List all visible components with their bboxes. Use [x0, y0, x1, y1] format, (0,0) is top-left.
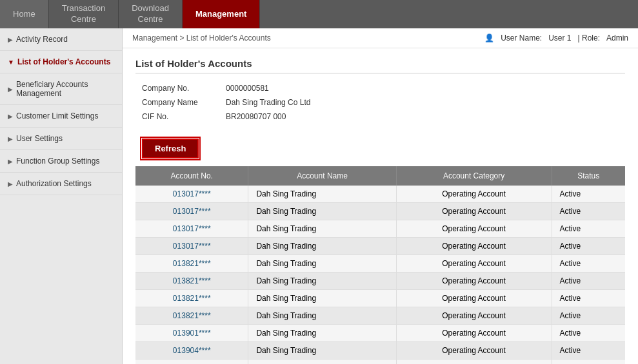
sidebar-item-user-settings[interactable]: ▶User Settings	[0, 128, 122, 150]
cell-account-category: Operating Account	[396, 238, 552, 255]
cell-account-name: Dah Sing Trading	[248, 220, 396, 238]
sidebar-item-function-group[interactable]: ▶Function Group Settings	[0, 150, 122, 173]
sidebar-item-customer-limit[interactable]: ▶Customer Limit Settings	[0, 105, 122, 128]
cell-account-category: Operating Account	[396, 273, 552, 290]
cell-account-name: Dah Sing Trading	[248, 290, 396, 307]
cell-account-no[interactable]: 013017****	[135, 203, 248, 220]
cell-account-name: Dah Sing Trading	[248, 307, 396, 325]
company-info-section: Company No. 0000000581 Company Name Dah …	[135, 81, 625, 124]
sidebar-item-activity-record[interactable]: ▶Activity Record	[0, 28, 122, 51]
cell-account-name: Dah Sing Trading	[248, 238, 396, 255]
table-row: 013017****Dah Sing TradingOperating Acco…	[135, 238, 625, 255]
cell-account-category: Operating Account	[396, 220, 552, 238]
cell-account-name: Dah Sing Trading	[248, 186, 396, 203]
cell-account-no[interactable]: 013821****	[135, 290, 248, 307]
username-value: User 1	[548, 34, 571, 43]
sidebar-item-list-holders[interactable]: ▼List of Holder's Accounts	[0, 51, 122, 73]
refresh-button[interactable]: Refresh	[142, 139, 199, 158]
cell-status: Active	[552, 273, 625, 290]
accounts-table: Account No. Account Name Account Categor…	[135, 166, 625, 364]
username-label: User Name:	[501, 34, 542, 43]
cell-account-no[interactable]: 013017****	[135, 220, 248, 238]
sidebar-item-auth-settings[interactable]: ▶Authorization Settings	[0, 173, 122, 195]
table-row: 013821****Dah Sing TradingOperating Acco…	[135, 290, 625, 307]
nav-tab-download[interactable]: Download Centre	[119, 0, 183, 28]
cell-account-category: Operating Account	[396, 342, 552, 359]
sidebar-arrow-list-holders: ▼	[8, 59, 14, 66]
cell-account-name: Dah Sing Trading	[248, 273, 396, 290]
cell-status: Active	[552, 220, 625, 238]
table-row: 013017****Dah Sing TradingOperating Acco…	[135, 186, 625, 203]
cell-account-no[interactable]: 013904****	[135, 359, 248, 365]
cell-account-name: Dah Sing Trading	[248, 359, 396, 365]
cell-account-no[interactable]: 013821****	[135, 307, 248, 325]
col-account-category: Account Category	[396, 166, 552, 186]
cell-status: Active	[552, 238, 625, 255]
company-no-row: Company No. 0000000581	[135, 81, 625, 95]
user-info: 👤 User Name: User 1 | Role: Admin	[484, 34, 628, 43]
col-account-name: Account Name	[248, 166, 396, 186]
nav-tab-label-transaction: Transaction Centre	[62, 3, 105, 25]
cell-account-category: Operating Account	[396, 359, 552, 365]
cell-account-category: Operating Account	[396, 290, 552, 307]
cif-no-value: BR20080707 000	[226, 112, 286, 121]
cell-account-name: Dah Sing Trading	[248, 255, 396, 273]
sidebar-label-beneficiary: Beneficiary Accounts Management	[16, 80, 114, 98]
breadcrumb-bar: Management > List of Holder's Accounts 👤…	[123, 28, 638, 48]
company-no-label: Company No.	[135, 84, 226, 93]
nav-tab-label-download: Download Centre	[132, 3, 169, 25]
nav-tab-management[interactable]: Management	[183, 0, 260, 28]
sidebar-label-user-settings: User Settings	[16, 134, 63, 143]
breadcrumb: Management > List of Holder's Accounts	[132, 34, 271, 43]
nav-tab-label-home: Home	[13, 9, 35, 20]
cell-account-no[interactable]: 013821****	[135, 273, 248, 290]
table-row: 013904****Dah Sing TradingOperating Acco…	[135, 342, 625, 359]
cell-status: Active	[552, 255, 625, 273]
sidebar-arrow-activity-record: ▶	[8, 36, 13, 43]
sidebar: ▶Activity Record▼List of Holder's Accoun…	[0, 28, 123, 364]
company-name-row: Company Name Dah Sing Trading Co Ltd	[135, 95, 625, 110]
table-header: Account No. Account Name Account Categor…	[135, 166, 625, 186]
cell-account-no[interactable]: 013904****	[135, 342, 248, 359]
table-row: 013901****Dah Sing TradingOperating Acco…	[135, 325, 625, 342]
sidebar-item-beneficiary[interactable]: ▶Beneficiary Accounts Management	[0, 73, 122, 105]
user-icon: 👤	[484, 34, 494, 43]
cell-account-no[interactable]: 013017****	[135, 186, 248, 203]
cif-no-row: CIF No. BR20080707 000	[135, 110, 625, 124]
nav-tab-transaction[interactable]: Transaction Centre	[49, 0, 119, 28]
cell-status: Active	[552, 325, 625, 342]
cif-no-label: CIF No.	[135, 112, 226, 121]
table-header-row: Account No. Account Name Account Categor…	[135, 166, 625, 186]
table-body: 013017****Dah Sing TradingOperating Acco…	[135, 186, 625, 364]
main-layout: ▶Activity Record▼List of Holder's Accoun…	[0, 28, 638, 364]
sidebar-arrow-customer-limit: ▶	[8, 113, 13, 120]
col-status: Status	[552, 166, 625, 186]
company-name-label: Company Name	[135, 98, 226, 107]
table-row: 013904****Dah Sing TradingOperating Acco…	[135, 359, 625, 365]
company-no-value: 0000000581	[226, 84, 269, 93]
sidebar-label-list-holders: List of Holder's Accounts	[17, 57, 110, 66]
cell-status: Active	[552, 186, 625, 203]
company-name-value: Dah Sing Trading Co Ltd	[226, 98, 310, 107]
table-row: 013821****Dah Sing TradingOperating Acco…	[135, 255, 625, 273]
cell-account-category: Operating Account	[396, 186, 552, 203]
sidebar-arrow-function-group: ▶	[8, 158, 13, 165]
nav-tab-label-management: Management	[195, 9, 246, 20]
cell-status: Active	[552, 203, 625, 220]
table-row: 013821****Dah Sing TradingOperating Acco…	[135, 307, 625, 325]
cell-status: Active	[552, 290, 625, 307]
nav-tab-home[interactable]: Home	[0, 0, 49, 28]
table-row: 013017****Dah Sing TradingOperating Acco…	[135, 220, 625, 238]
cell-status: Active	[552, 307, 625, 325]
cell-account-name: Dah Sing Trading	[248, 203, 396, 220]
cell-account-no[interactable]: 013821****	[135, 255, 248, 273]
top-navigation: HomeTransaction CentreDownload CentreMan…	[0, 0, 638, 28]
cell-account-category: Operating Account	[396, 307, 552, 325]
table-row: 013821****Dah Sing TradingOperating Acco…	[135, 273, 625, 290]
content-area: Management > List of Holder's Accounts 👤…	[123, 28, 638, 364]
cell-account-no[interactable]: 013901****	[135, 325, 248, 342]
col-account-no: Account No.	[135, 166, 248, 186]
cell-account-no[interactable]: 013017****	[135, 238, 248, 255]
cell-status: Active	[552, 342, 625, 359]
cell-account-name: Dah Sing Trading	[248, 342, 396, 359]
